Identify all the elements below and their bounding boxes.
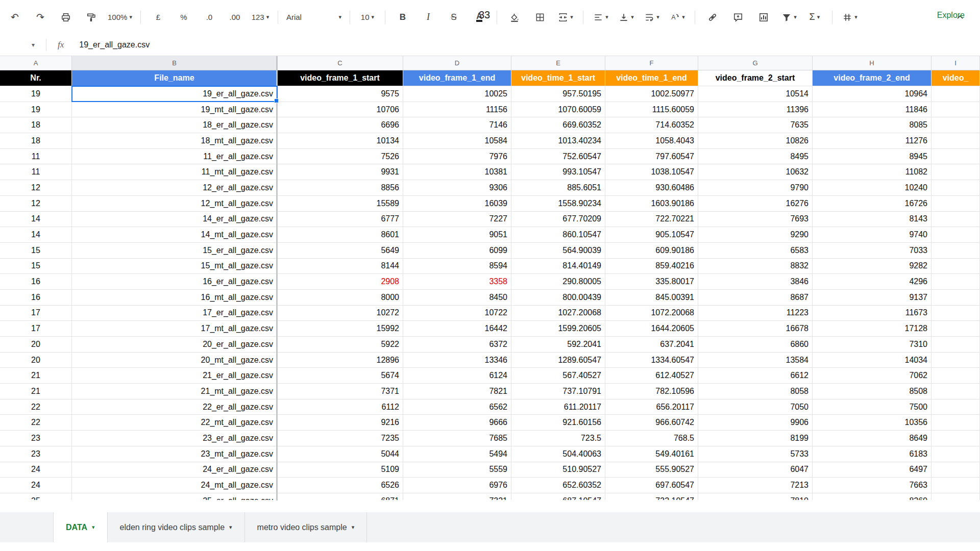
cell[interactable]: 17	[0, 306, 72, 321]
cell[interactable]: 10722	[403, 306, 511, 321]
cell[interactable]: 18	[0, 117, 72, 133]
cell[interactable]: 12_mt_all_gaze.csv	[72, 196, 277, 212]
column-header-F[interactable]: F	[605, 56, 698, 70]
cell[interactable]: 10514	[698, 86, 813, 102]
cell[interactable]: 10706	[277, 102, 403, 118]
insert-chart-button[interactable]	[751, 8, 776, 27]
cell[interactable]: 16276	[698, 196, 813, 212]
strikethrough-button[interactable]: S	[441, 8, 467, 27]
cell[interactable]: 17_mt_all_gaze.csv	[72, 321, 277, 337]
cell[interactable]: 3358	[403, 274, 511, 290]
column-header-C[interactable]: C	[277, 56, 403, 70]
cell[interactable]: 782.10596	[605, 384, 698, 399]
cell[interactable]: 18_mt_all_gaze.csv	[72, 133, 277, 149]
cell[interactable]: 567.40527	[511, 368, 605, 384]
column-header-A[interactable]: A	[0, 56, 72, 70]
cell[interactable]: 7310	[813, 337, 932, 353]
cell[interactable]: 290.80005	[511, 274, 605, 290]
cell[interactable]: 15_er_all_gaze.csv	[72, 243, 277, 259]
format-percent-button[interactable]: %	[171, 8, 197, 27]
cell[interactable]: 768.5	[605, 431, 698, 446]
cell[interactable]: 10826	[698, 133, 813, 149]
cell[interactable]: 25	[0, 493, 72, 500]
cell[interactable]: 8594	[403, 259, 511, 274]
cell[interactable]: 6526	[277, 478, 403, 493]
header-cell[interactable]: video_time_1_start	[511, 70, 605, 86]
cell[interactable]: 11	[0, 164, 72, 180]
cell[interactable]: 21_mt_all_gaze.csv	[72, 384, 277, 399]
number-format-button[interactable]: 123▾	[248, 8, 273, 27]
cell[interactable]: 9216	[277, 415, 403, 431]
cell[interactable]: 12	[0, 196, 72, 212]
cell[interactable]: 11082	[813, 164, 932, 180]
cell[interactable]: 5649	[277, 243, 403, 259]
cell[interactable]: 7321	[403, 493, 511, 500]
cell[interactable]	[932, 384, 980, 399]
header-cell[interactable]: video_	[932, 70, 980, 86]
cell[interactable]	[932, 102, 980, 118]
cell[interactable]: 9051	[403, 227, 511, 243]
cell[interactable]: 6583	[698, 243, 813, 259]
cell[interactable]: 592.2041	[511, 337, 605, 353]
cell[interactable]: 1334.60547	[605, 353, 698, 368]
cell[interactable]: 6860	[698, 337, 813, 353]
cell[interactable]: 14034	[813, 353, 932, 368]
cell[interactable]	[932, 399, 980, 415]
cell[interactable]: 19	[0, 102, 72, 118]
cell[interactable]: 564.90039	[511, 243, 605, 259]
cell[interactable]	[932, 243, 980, 259]
decrease-decimals-button[interactable]: .0	[197, 8, 222, 27]
cell[interactable]: 10240	[813, 180, 932, 196]
cell[interactable]: 6696	[277, 117, 403, 133]
font-selector[interactable]: Arial▾	[283, 8, 345, 27]
cell[interactable]: 15589	[277, 196, 403, 212]
cell[interactable]: 17128	[813, 321, 932, 337]
cell[interactable]: 9906	[698, 415, 813, 431]
cell[interactable]: 7146	[403, 117, 511, 133]
text-rotation-button[interactable]: A ▾	[665, 8, 690, 27]
cell[interactable]: 22_er_all_gaze.csv	[72, 399, 277, 415]
cell[interactable]: 19	[0, 86, 72, 102]
cell[interactable]: 5109	[277, 462, 403, 478]
filter-button[interactable]: ▾	[776, 8, 802, 27]
cell[interactable]: 722.70221	[605, 212, 698, 228]
paint-format-button[interactable]	[79, 8, 104, 27]
cell[interactable]: 16_mt_all_gaze.csv	[72, 290, 277, 306]
cell[interactable]: 10356	[813, 415, 932, 431]
cell[interactable]: 9137	[813, 290, 932, 306]
cell[interactable]	[932, 321, 980, 337]
cell[interactable]: 6777	[277, 212, 403, 228]
cell[interactable]: 669.60352	[511, 117, 605, 133]
cell[interactable]: 7526	[277, 149, 403, 165]
sheet-tab-elden-ring-video-clips-sample[interactable]: elden ring video clips sample▾	[108, 512, 245, 542]
cell[interactable]: 9282	[813, 259, 932, 274]
cell[interactable]: 8199	[698, 431, 813, 446]
cell[interactable]: 7500	[813, 399, 932, 415]
cell[interactable]: 8450	[403, 290, 511, 306]
cell[interactable]: 652.60352	[511, 478, 605, 493]
cell[interactable]: 10272	[277, 306, 403, 321]
cell[interactable]: 10584	[403, 133, 511, 149]
cell[interactable]: 7033	[813, 243, 932, 259]
insert-comment-button[interactable]	[725, 8, 751, 27]
cell[interactable]: 9306	[403, 180, 511, 196]
cell[interactable]: 6372	[403, 337, 511, 353]
cell[interactable]: 1072.20068	[605, 306, 698, 321]
cell[interactable]: 800.00439	[511, 290, 605, 306]
cell[interactable]: 20_er_all_gaze.csv	[72, 337, 277, 353]
cell[interactable]: 5044	[277, 446, 403, 462]
column-header-B[interactable]: B	[72, 56, 277, 70]
cell[interactable]: 11396	[698, 102, 813, 118]
cell[interactable]: 930.60486	[605, 180, 698, 196]
cell[interactable]: 16_er_all_gaze.csv	[72, 274, 277, 290]
cell[interactable]	[932, 415, 980, 431]
cell[interactable]: 7685	[403, 431, 511, 446]
cell[interactable]: 9790	[698, 180, 813, 196]
cell[interactable]: 8649	[813, 431, 932, 446]
cell[interactable]: 966.60742	[605, 415, 698, 431]
cell[interactable]: 6112	[277, 399, 403, 415]
cell[interactable]: 20_mt_all_gaze.csv	[72, 353, 277, 368]
cell[interactable]: 3846	[698, 274, 813, 290]
cell[interactable]: 5922	[277, 337, 403, 353]
cell[interactable]: 14	[0, 227, 72, 243]
